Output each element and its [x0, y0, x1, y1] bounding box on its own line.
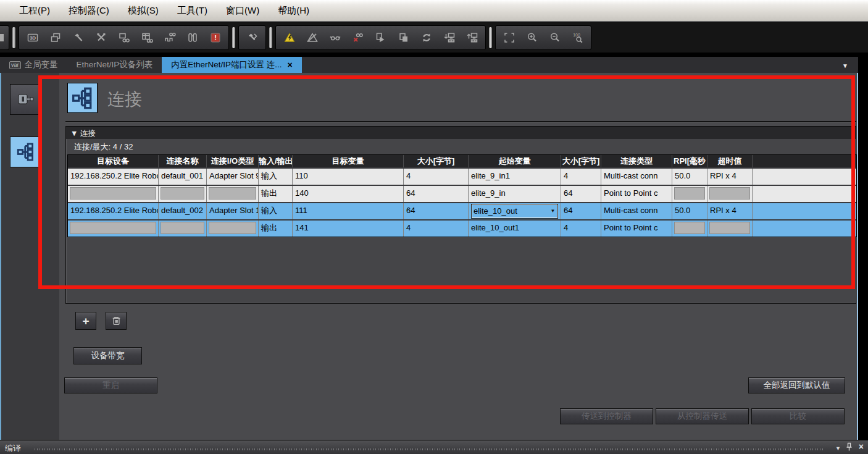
zoom-out-icon[interactable]: [543, 27, 566, 48]
device-bandwidth-button[interactable]: 设备带宽: [73, 347, 142, 364]
table-cell[interactable]: 111: [293, 203, 404, 219]
table-cell[interactable]: 140: [293, 186, 404, 202]
download-controller-icon[interactable]: [438, 27, 461, 48]
transfer-to-controller-button[interactable]: 传送到控制器: [560, 408, 653, 424]
table-cell[interactable]: 110: [293, 169, 404, 185]
table-cell[interactable]: 64: [404, 186, 469, 202]
clipped-icon[interactable]: [0, 27, 9, 48]
sync-icon[interactable]: [415, 27, 438, 48]
auto-hide-pin-icon[interactable]: [845, 442, 853, 454]
watch-icon[interactable]: [323, 27, 346, 48]
delete-connection-button[interactable]: [106, 312, 127, 330]
collapse-triangle-icon[interactable]: ▼: [70, 129, 78, 138]
table-cell[interactable]: Multi-cast conn: [601, 169, 672, 185]
start-variable-combobox[interactable]: elite_10_out▼: [471, 204, 558, 219]
menu-project[interactable]: 工程(P): [10, 2, 59, 20]
table-cell[interactable]: [753, 169, 856, 185]
tab-ethernet-ip-device-list[interactable]: EtherNet/IP设备列表: [67, 57, 162, 73]
tab-close-icon[interactable]: ×: [288, 60, 293, 70]
table-cell[interactable]: [753, 186, 856, 202]
tab-builtin-ethernet-ip-port-settings[interactable]: 内置EtherNet/IP端口设置 连... ×: [162, 57, 301, 73]
table-cell[interactable]: 50.0: [672, 169, 707, 185]
table-row[interactable]: 192.168.250.2 Elite Robot 版default_001Ad…: [68, 167, 856, 185]
menu-tools[interactable]: 工具(T): [168, 2, 217, 20]
menu-controller[interactable]: 控制器(C): [59, 2, 119, 20]
combobox-dropdown-arrow-icon[interactable]: ▼: [548, 204, 557, 219]
table-cell[interactable]: default_002: [159, 203, 207, 219]
table-row[interactable]: 输出1414elite_10_out14Point to Point c: [68, 219, 856, 237]
table-cell[interactable]: elite_9_in: [469, 186, 561, 202]
connection-counter: 连接/最大: 4 / 32: [66, 139, 856, 154]
menu-simulation[interactable]: 模拟(S): [119, 2, 168, 20]
drag-handle-dots[interactable]: [35, 448, 824, 450]
table-cell[interactable]: Point to Point c: [601, 186, 672, 202]
table-cell[interactable]: 4: [561, 221, 601, 237]
table-cell[interactable]: Adapter Slot 10: [207, 203, 259, 219]
table-cell[interactable]: 输入: [259, 169, 293, 185]
table-cell[interactable]: [753, 203, 856, 219]
table-row[interactable]: 输出14064elite_9_in64Point to Point c: [68, 185, 856, 202]
restart-button[interactable]: 重启: [64, 377, 157, 393]
add-connection-button[interactable]: +: [75, 312, 96, 330]
table-cell[interactable]: 141: [293, 221, 404, 237]
menu-window[interactable]: 窗口(W): [217, 2, 269, 20]
table-cell[interactable]: 192.168.250.2 Elite Robot 版: [68, 203, 159, 219]
table-cell[interactable]: 4: [404, 169, 469, 185]
watch-stop-icon[interactable]: [346, 27, 369, 48]
table-cell[interactable]: RPI x 4: [707, 169, 753, 185]
table-cell[interactable]: Adapter Slot 9: [207, 169, 259, 185]
build-warning-icon[interactable]: [278, 27, 301, 48]
tab-global-variables[interactable]: var 全局变量: [0, 57, 67, 73]
table-cell[interactable]: 4: [561, 169, 601, 185]
table-cell[interactable]: Point to Point c: [601, 221, 672, 237]
sidebar-device-button[interactable]: [10, 84, 42, 115]
table-cell[interactable]: 50.0: [672, 203, 707, 219]
panel-close-icon[interactable]: ×: [859, 442, 864, 452]
table-cell[interactable]: 4: [404, 221, 469, 237]
table-cell[interactable]: RPI x 4: [707, 203, 753, 219]
compare-button[interactable]: 比较: [751, 408, 845, 424]
table-cell[interactable]: 输入: [259, 203, 293, 219]
table-cell[interactable]: 64: [561, 203, 601, 219]
table-row[interactable]: 192.168.250.2 Elite Robot 版default_002Ad…: [68, 202, 856, 219]
section-header[interactable]: ▼ 连接: [66, 127, 856, 139]
column-header-4: 输入/输出: [259, 155, 293, 167]
transfer-from-controller-button[interactable]: 从控制器传送: [656, 408, 749, 424]
table-cell[interactable]: 输出: [259, 221, 293, 237]
menu-help[interactable]: 帮助(H): [269, 2, 319, 20]
tab-list-dropdown-icon[interactable]: ▼: [842, 62, 848, 69]
watch-window-icon[interactable]: [112, 27, 135, 48]
copy-icon[interactable]: [392, 27, 415, 48]
return-all-to-default-button[interactable]: 全部返回到默认值: [748, 377, 845, 393]
disabled-cell-box: [709, 187, 750, 200]
panel-menu-dropdown-icon[interactable]: ▼: [835, 445, 841, 452]
watch-table-icon[interactable]: [135, 27, 158, 48]
zoom-in-icon[interactable]: [520, 27, 543, 48]
table-cell[interactable]: elite_9_in1: [469, 169, 561, 185]
table-cell[interactable]: elite_10_out1: [469, 221, 561, 237]
upload-controller-icon[interactable]: [461, 27, 483, 48]
table-cell[interactable]: [753, 221, 856, 237]
table-cell[interactable]: Multi-cast conn: [601, 203, 672, 219]
column-header-5: 目标变量: [293, 155, 404, 167]
table-cell[interactable]: 64: [404, 203, 469, 219]
frame-select-icon[interactable]: [498, 27, 520, 48]
search-icon[interactable]: [181, 27, 204, 48]
table-cell[interactable]: 192.168.250.2 Elite Robot 版: [68, 169, 159, 185]
cascade-windows-icon[interactable]: [44, 27, 67, 48]
tools-icon[interactable]: [90, 27, 112, 48]
zoom-100-icon[interactable]: 100: [566, 27, 589, 48]
build-icon[interactable]: [67, 27, 90, 48]
table-cell[interactable]: 输出: [259, 186, 293, 202]
view-3d-icon[interactable]: 3D: [21, 27, 44, 48]
table-cell[interactable]: 64: [561, 186, 601, 202]
error-list-icon[interactable]: !: [204, 27, 227, 48]
build-panel-bar[interactable]: 编译 ▼ ×: [0, 440, 868, 454]
table-cell[interactable]: default_001: [159, 169, 207, 185]
run-doc-icon[interactable]: [369, 27, 392, 48]
sidebar-connection-button[interactable]: [10, 137, 42, 167]
rebuild-icon[interactable]: [241, 27, 264, 48]
warning-off-icon[interactable]: [301, 27, 323, 48]
table-cell[interactable]: elite_10_out▼: [469, 203, 561, 219]
trace-icon[interactable]: [158, 27, 181, 48]
